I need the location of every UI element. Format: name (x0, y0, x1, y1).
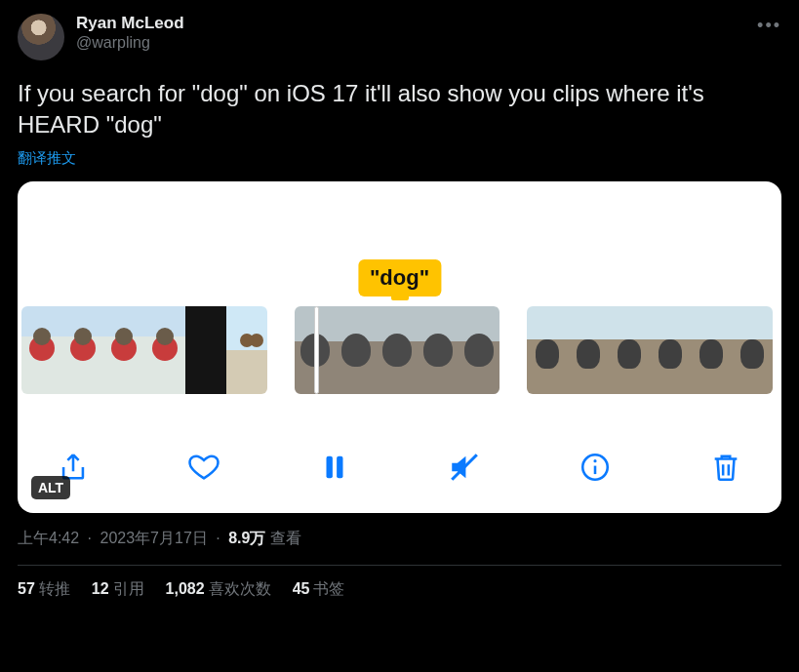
caption-marker (391, 295, 409, 300)
info-icon[interactable] (579, 451, 612, 484)
alt-badge[interactable]: ALT (31, 476, 70, 499)
avatar[interactable] (18, 14, 64, 60)
display-name[interactable]: Ryan McLeod (76, 14, 757, 33)
divider (18, 565, 781, 566)
video-timeline[interactable] (18, 306, 781, 394)
clip-group[interactable] (21, 306, 267, 394)
more-icon[interactable]: ••• (757, 16, 781, 36)
tweet-stats: 57转推 12引用 1,082喜欢次数 45书签 (18, 579, 781, 600)
bookmarks-stat[interactable]: 45书签 (293, 579, 345, 600)
trash-icon[interactable] (709, 451, 742, 484)
views-count: 8.9万 (228, 530, 265, 546)
translate-link[interactable]: 翻译推文 (18, 149, 76, 168)
likes-stat[interactable]: 1,082喜欢次数 (166, 579, 271, 600)
retweets-stat[interactable]: 57转推 (18, 579, 70, 600)
quotes-stat[interactable]: 12引用 (92, 579, 144, 600)
heart-icon[interactable] (187, 451, 220, 484)
speech-caption: "dog" (358, 259, 441, 296)
tweet-time[interactable]: 上午4:42 (18, 530, 79, 546)
clip-group[interactable] (295, 306, 499, 394)
views-label: 查看 (270, 530, 301, 546)
media-attachment[interactable]: "dog" ALT (18, 181, 781, 513)
pause-icon[interactable] (318, 451, 351, 484)
mute-icon[interactable] (448, 451, 481, 484)
tweet-text: If you search for "dog" on iOS 17 it'll … (18, 78, 781, 139)
tweet-header: Ryan McLeod @warpling ••• (18, 14, 781, 60)
svg-rect-0 (326, 456, 332, 479)
playhead[interactable] (314, 306, 319, 394)
user-handle[interactable]: @warpling (76, 34, 757, 52)
media-toolbar (18, 451, 781, 484)
svg-point-5 (594, 459, 597, 462)
clip-group[interactable] (527, 306, 773, 394)
svg-rect-1 (337, 456, 342, 479)
tweet-date[interactable]: 2023年7月17日 (100, 530, 208, 546)
tweet-meta: 上午4:42 · 2023年7月17日 · 8.9万 查看 (18, 529, 781, 549)
